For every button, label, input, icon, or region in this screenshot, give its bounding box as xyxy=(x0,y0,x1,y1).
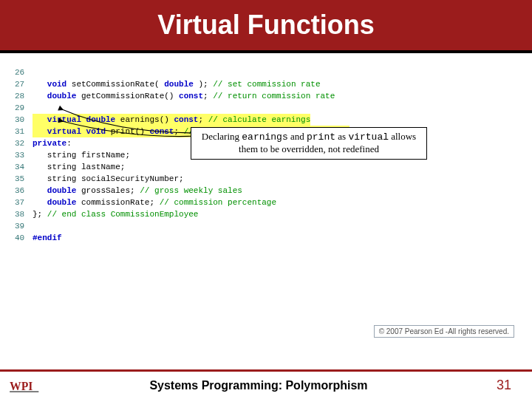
line-number: 40 xyxy=(15,232,33,244)
code-line: 35 string socialSecurityNumber; xyxy=(15,173,517,185)
code-line: 39 xyxy=(15,220,517,232)
line-number: 38 xyxy=(15,208,33,220)
code-line: 28 double getCommissionRate() const; // … xyxy=(15,90,517,102)
code-line: 27 void setCommissionRate( double ); // … xyxy=(15,78,517,90)
line-number: 30 xyxy=(15,114,33,126)
slide-header: Virtual Functions xyxy=(0,0,532,53)
code-line: 34 string lastName; xyxy=(15,161,517,173)
line-number: 29 xyxy=(15,102,33,114)
callout-code: earnings xyxy=(242,132,287,143)
slide-title: Virtual Functions xyxy=(157,10,374,41)
line-number: 28 xyxy=(15,90,33,102)
line-number: 33 xyxy=(15,149,33,161)
line-number: 26 xyxy=(15,66,33,78)
code-line: 36 double grossSales; // gross weekly sa… xyxy=(15,185,517,197)
callout-text: as xyxy=(335,131,348,142)
code-content: string lastName; xyxy=(33,161,125,173)
copyright-notice: © 2007 Pearson Ed -All rights reserved. xyxy=(374,325,514,338)
callout-code: print xyxy=(307,132,335,143)
code-content: double commissionRate; // commission per… xyxy=(33,197,276,208)
code-line: 37 double commissionRate; // commission … xyxy=(15,197,517,208)
code-content: }; // end class CommissionEmployee xyxy=(33,208,198,220)
code-line: 38}; // end class CommissionEmployee xyxy=(15,208,517,220)
code-content: double getCommissionRate() const; // ret… xyxy=(33,90,335,102)
line-number: 39 xyxy=(15,220,33,232)
slide-footer: WPI Systems Programming: Polymorphism 31 xyxy=(0,369,532,399)
annotation-callout: Declaring earnings and print as virtual … xyxy=(191,127,427,160)
line-number: 32 xyxy=(15,137,33,149)
footer-subtitle: Systems Programming: Polymorphism xyxy=(21,379,497,392)
code-content: string firstName; xyxy=(33,149,130,161)
line-number: 34 xyxy=(15,161,33,173)
code-content: double grossSales; // gross weekly sales xyxy=(33,185,242,197)
code-content: string socialSecurityNumber; xyxy=(33,173,184,185)
code-line: 30 virtual double earnings() const; // c… xyxy=(15,114,517,126)
page-number: 31 xyxy=(497,378,511,393)
line-number: 27 xyxy=(15,78,33,90)
code-content: #endif xyxy=(33,232,62,244)
line-number: 36 xyxy=(15,185,33,197)
code-line: 26 xyxy=(15,66,517,78)
line-number: 37 xyxy=(15,197,33,208)
callout-code: virtual xyxy=(348,132,389,143)
code-content: private: xyxy=(33,137,72,149)
code-block: 2627 void setCommissionRate( double ); /… xyxy=(0,53,532,244)
line-number: 35 xyxy=(15,173,33,185)
callout-text: Declaring xyxy=(202,131,242,142)
line-number: 31 xyxy=(15,126,33,137)
callout-text: and xyxy=(288,131,307,142)
code-content: virtual double earnings() const; // calc… xyxy=(33,114,310,126)
code-line: 29 xyxy=(15,102,517,114)
code-content: void setCommissionRate( double ); // set… xyxy=(33,78,321,90)
code-line: 40#endif xyxy=(15,232,517,244)
